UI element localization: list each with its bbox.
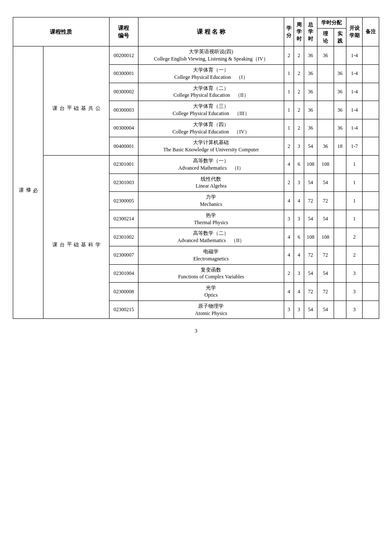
col-total-hours: 72 bbox=[304, 192, 317, 210]
col-semester: 1-4 bbox=[346, 119, 363, 137]
col-theory bbox=[317, 64, 334, 83]
col-total-hours: 54 bbox=[304, 301, 317, 319]
col-header-weekly: 周 学 时 bbox=[294, 17, 304, 46]
col-name: 大学体育（一）College Physical Education （I） bbox=[138, 64, 284, 83]
col-remarks bbox=[363, 64, 379, 83]
col-weekly-hours: 4 bbox=[294, 192, 304, 210]
col-name: 大学体育（四）College Physical Education （IV） bbox=[138, 119, 284, 137]
col-credits: 2 bbox=[284, 46, 294, 65]
col-total-hours: 54 bbox=[304, 210, 317, 228]
col-nature1: 必 修 课 bbox=[13, 46, 43, 319]
col-credits: 4 bbox=[284, 246, 294, 264]
col-name: 大学体育（三）College Physical Education （III） bbox=[138, 101, 284, 119]
table-body: 必 修 课公 共 基 础 平 台 课00200012大学英语视听说(四)Coll… bbox=[13, 46, 379, 319]
col-practice bbox=[334, 173, 346, 192]
col-total-hours: 108 bbox=[304, 228, 317, 246]
col-semester: 2 bbox=[346, 246, 363, 264]
col-nature2-public: 公 共 基 础 平 台 课 bbox=[43, 46, 110, 156]
col-weekly-hours: 2 bbox=[294, 101, 304, 119]
col-semester: 1 bbox=[346, 192, 363, 210]
col-code: 00400001 bbox=[109, 137, 138, 156]
col-semester: 1 bbox=[346, 173, 363, 192]
col-theory: 54 bbox=[317, 264, 334, 283]
page-number: 3 bbox=[13, 327, 379, 334]
col-semester: 2 bbox=[346, 228, 363, 246]
col-total-hours: 54 bbox=[304, 264, 317, 283]
col-name: 大学英语视听说(四)College English Viewing, Liste… bbox=[138, 46, 284, 65]
col-weekly-hours: 4 bbox=[294, 283, 304, 301]
col-weekly-hours: 3 bbox=[294, 301, 304, 319]
col-name: 热学Thermal Physics bbox=[138, 210, 284, 228]
col-practice bbox=[334, 192, 346, 210]
col-header-nature: 课程性质 bbox=[13, 17, 110, 46]
col-total-hours: 108 bbox=[304, 155, 317, 173]
col-theory: 72 bbox=[317, 192, 334, 210]
table-row: 必 修 课公 共 基 础 平 台 课00200012大学英语视听说(四)Coll… bbox=[13, 46, 379, 65]
col-header-credits: 学 分 bbox=[284, 17, 294, 46]
col-practice bbox=[334, 46, 346, 65]
col-weekly-hours: 6 bbox=[294, 155, 304, 173]
col-code: 02301001 bbox=[109, 155, 138, 173]
col-weekly-hours: 3 bbox=[294, 210, 304, 228]
col-credits: 3 bbox=[284, 301, 294, 319]
col-name: 原子物理学Atomic Physics bbox=[138, 301, 284, 319]
col-code: 02301003 bbox=[109, 173, 138, 192]
col-name: 力学Mechanics bbox=[138, 192, 284, 210]
col-theory: 54 bbox=[317, 173, 334, 192]
col-remarks bbox=[363, 246, 379, 264]
col-practice: 36 bbox=[334, 119, 346, 137]
col-total-hours: 36 bbox=[304, 119, 317, 137]
main-table-wrapper: 课程性质 课程 编号 课 程 名 称 学 分 周 学 时 总 学 时 学时分配 … bbox=[13, 17, 379, 319]
col-code: 00200012 bbox=[109, 46, 138, 65]
col-total-hours: 54 bbox=[304, 137, 317, 156]
col-credits: 1 bbox=[284, 101, 294, 119]
col-theory: 36 bbox=[317, 137, 334, 156]
col-theory: 36 bbox=[317, 46, 334, 65]
col-theory: 54 bbox=[317, 210, 334, 228]
col-theory: 108 bbox=[317, 228, 334, 246]
col-total-hours: 36 bbox=[304, 64, 317, 83]
col-header-xueshibafen: 学时分配 bbox=[317, 17, 346, 29]
col-name: 大学体育（二）College Physical Education （II） bbox=[138, 83, 284, 101]
col-code: 00300003 bbox=[109, 101, 138, 119]
page-number-value: 3 bbox=[195, 327, 198, 334]
col-header-name: 课 程 名 称 bbox=[138, 17, 284, 46]
col-nature2-subject: 学 科 基 础 平 台 课 bbox=[43, 155, 110, 318]
col-name: 光学Optics bbox=[138, 283, 284, 301]
col-semester: 1-7 bbox=[346, 137, 363, 156]
col-practice: 36 bbox=[334, 64, 346, 83]
col-code: 00300001 bbox=[109, 64, 138, 83]
col-remarks bbox=[363, 173, 379, 192]
col-header-total: 总 学 时 bbox=[304, 17, 317, 46]
col-practice: 18 bbox=[334, 137, 346, 156]
col-name: 大学计算机基础The Basic Knowledge of University… bbox=[138, 137, 284, 156]
table-row: 学 科 基 础 平 台 课02301001高等数学（一）Advanced Mat… bbox=[13, 155, 379, 173]
col-theory: 54 bbox=[317, 301, 334, 319]
col-total-hours: 36 bbox=[304, 101, 317, 119]
col-semester: 1-4 bbox=[346, 46, 363, 65]
col-header-practice: 实 践 bbox=[334, 28, 346, 46]
col-remarks bbox=[363, 192, 379, 210]
col-practice bbox=[334, 283, 346, 301]
col-credits: 3 bbox=[284, 210, 294, 228]
col-name: 电磁学Electromagnetics bbox=[138, 246, 284, 264]
col-remarks bbox=[363, 137, 379, 156]
col-header-remarks: 备注 bbox=[363, 17, 379, 46]
col-code: 00300004 bbox=[109, 119, 138, 137]
col-practice bbox=[334, 228, 346, 246]
col-credits: 4 bbox=[284, 155, 294, 173]
col-credits: 1 bbox=[284, 119, 294, 137]
col-remarks bbox=[363, 228, 379, 246]
col-name: 高等数学（一）Advanced Mathematics （I） bbox=[138, 155, 284, 173]
col-total-hours: 72 bbox=[304, 246, 317, 264]
col-weekly-hours: 2 bbox=[294, 64, 304, 83]
col-credits: 2 bbox=[284, 173, 294, 192]
col-weekly-hours: 3 bbox=[294, 137, 304, 156]
col-credits: 4 bbox=[284, 192, 294, 210]
col-semester: 1 bbox=[346, 155, 363, 173]
col-weekly-hours: 2 bbox=[294, 119, 304, 137]
col-remarks bbox=[363, 46, 379, 65]
col-name: 复变函数Functions of Complex Variables bbox=[138, 264, 284, 283]
col-weekly-hours: 3 bbox=[294, 173, 304, 192]
col-theory bbox=[317, 101, 334, 119]
